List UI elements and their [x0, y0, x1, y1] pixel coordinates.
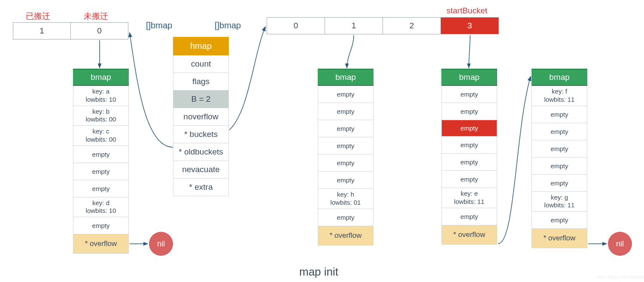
bmap-old0-slot-0: key: alowbits: 10	[73, 86, 129, 106]
newbucket-cell-0: 0	[267, 18, 325, 34]
hmap-struct: hmap count flags B = 2 noverflow * bucke…	[173, 37, 229, 196]
bmap-old0: bmap key: alowbits: 10 key: blowbits: 00…	[73, 69, 129, 254]
bmap-ovf-slot-6: key: glowbits: 11	[532, 192, 587, 212]
bmap-ovf-slot-3: empty	[532, 140, 587, 158]
hmap-row-noverflow: noverflow	[173, 108, 229, 126]
hmap-row-count: count	[173, 55, 229, 73]
label-bmap-left: []bmap	[146, 21, 172, 30]
bmap-new1-slot-0: empty	[318, 86, 374, 103]
bmap-new1-slot-1: empty	[318, 103, 374, 120]
newbuckets-array: 0 1 2 3	[267, 17, 499, 34]
bmap-new3-slot-5: empty	[441, 171, 497, 188]
bmap-new1: bmap empty empty empty empty empty empty…	[318, 69, 374, 246]
hmap-row-buckets: * buckets	[173, 126, 229, 143]
bmap-old0-slot-1: key: blowbits: 00	[73, 106, 129, 126]
oldbuckets-array: 1 0	[13, 22, 128, 39]
bmap-old0-slot-2: key: clowbits: 00	[73, 126, 129, 146]
bmap-ovf-slot-0: key: flowbits: 11	[532, 86, 587, 106]
bmap-new1-slot-5: empty	[318, 172, 374, 189]
oldbucket-cell-1: 0	[71, 23, 128, 39]
hmap-row-flags: flags	[173, 73, 229, 91]
label-not-migrated: 未搬迁	[84, 11, 108, 22]
bmap-ovf-slot-5: empty	[532, 175, 587, 192]
watermark: https://blog.csdn.net/qcrao	[597, 275, 644, 279]
bmap-new1-overflow: * overflow	[318, 226, 374, 246]
hmap-row-nevacuate: nevacuate	[173, 161, 229, 179]
bmap-new1-slot-6: key: hlowbits: 01	[318, 189, 374, 209]
bmap-old0-slot-3: empty	[73, 146, 129, 163]
bmap-ovf-slot-7: empty	[532, 212, 587, 229]
hmap-row-extra: * extra	[173, 179, 229, 196]
bmap-new3-slot-3: empty	[441, 136, 497, 154]
bmap-ovf-slot-2: empty	[532, 123, 587, 140]
bmap-new1-slot-3: empty	[318, 137, 374, 155]
bmap-new3-slot-2: empty	[441, 120, 497, 136]
bmap-new1-slot-4: empty	[318, 155, 374, 172]
bmap-old0-slot-4: empty	[73, 163, 129, 180]
bmap-new3-header: bmap	[441, 69, 497, 86]
bmap-new3: bmap empty empty empty empty empty empty…	[441, 69, 497, 245]
bmap-new3-overflow: * overflow	[441, 225, 497, 245]
label-start-bucket: startBucket	[447, 6, 487, 15]
nil-circle-left: nil	[149, 232, 173, 256]
bmap-new1-header: bmap	[318, 69, 374, 86]
bmap-old0-slot-7: empty	[73, 217, 129, 234]
label-migrated: 已搬迁	[26, 11, 50, 22]
bmap-new3-slot-6: key: elowbits: 11	[441, 188, 497, 208]
newbucket-cell-1: 1	[325, 18, 383, 34]
bmap-new3-slot-0: empty	[441, 86, 497, 103]
hmap-row-oldbuckets: * oldbuckets	[173, 143, 229, 161]
label-bmap-right: []bmap	[215, 21, 241, 30]
bmap-old0-slot-5: empty	[73, 180, 129, 197]
hmap-row-b: B = 2	[173, 91, 229, 108]
bmap-ovf-slot-1: empty	[532, 106, 587, 123]
newbucket-cell-3: 3	[441, 18, 499, 34]
bmap-old0-overflow: * overflow	[73, 234, 129, 254]
bmap-old0-slot-6: key: dlowbits: 10	[73, 197, 129, 218]
bmap-new3-slot-1: empty	[441, 103, 497, 120]
bmap-new1-slot-7: empty	[318, 209, 374, 226]
bmap-ovf-overflow: * overflow	[532, 229, 587, 248]
newbucket-cell-2: 2	[383, 18, 441, 34]
bmap-ovf-header: bmap	[532, 69, 587, 86]
diagram-caption: map init	[299, 265, 338, 279]
bmap-new3-slot-7: empty	[441, 208, 497, 225]
bmap-new1-slot-2: empty	[318, 120, 374, 137]
bmap-new3-slot-4: empty	[441, 154, 497, 171]
nil-circle-right: nil	[608, 232, 632, 256]
oldbucket-cell-0: 1	[13, 23, 71, 39]
bmap-overflow: bmap key: flowbits: 11 empty empty empty…	[532, 69, 587, 248]
bmap-old0-header: bmap	[73, 69, 129, 86]
bmap-ovf-slot-4: empty	[532, 158, 587, 175]
hmap-header: hmap	[173, 37, 229, 55]
